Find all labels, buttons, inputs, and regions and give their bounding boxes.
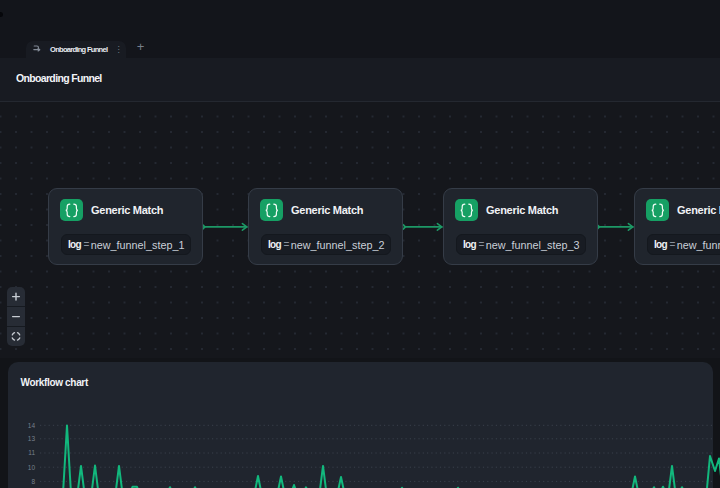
svg-text:14: 14 bbox=[28, 422, 36, 429]
svg-text:11: 11 bbox=[28, 449, 35, 456]
svg-text:13: 13 bbox=[28, 435, 36, 442]
svg-text:8: 8 bbox=[31, 478, 35, 485]
svg-text:10: 10 bbox=[28, 464, 36, 471]
